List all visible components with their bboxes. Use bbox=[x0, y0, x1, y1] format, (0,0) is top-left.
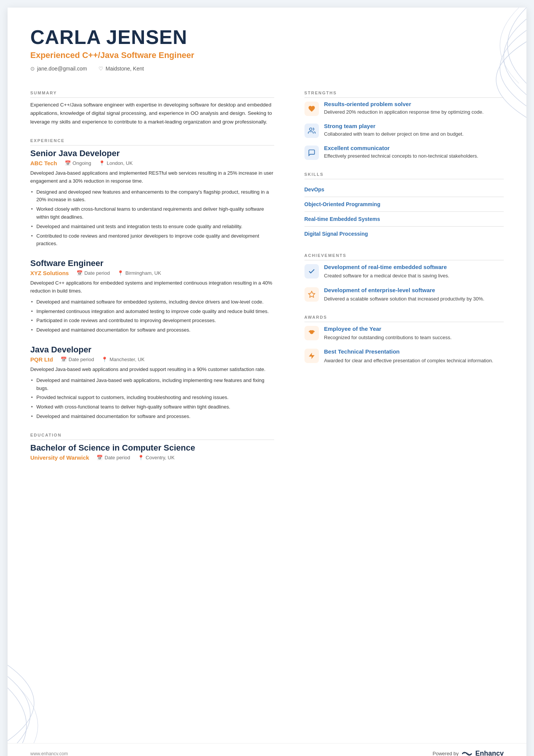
skill-name-3: Real-time Embedded Systems bbox=[304, 216, 380, 222]
strengths-section: STRENGTHS Results-oriented problem solve… bbox=[304, 91, 504, 160]
chat-icon bbox=[308, 149, 315, 157]
header: CARLA JENSEN Experienced C++/Java Softwa… bbox=[8, 8, 526, 83]
exp-date-2: 📅 Date period bbox=[77, 270, 110, 276]
bullet-2-3: Participated in code reviews and contrib… bbox=[30, 317, 274, 325]
strength-text-1: Results-oriented problem solver Delivere… bbox=[324, 101, 484, 116]
footer-brand: Powered by Enhancv bbox=[433, 750, 504, 756]
main-body: SUMMARY Experienced C++/Java software en… bbox=[8, 83, 526, 743]
strength-item-3: Excellent communicator Effectively prese… bbox=[304, 145, 504, 160]
calendar-icon-2: 📅 bbox=[77, 270, 83, 276]
strength-icon-1 bbox=[304, 102, 319, 116]
award-title-2: Best Technical Presentation bbox=[324, 348, 493, 355]
strength-icon-3 bbox=[304, 146, 319, 160]
pin-icon-1: 📍 bbox=[99, 160, 105, 166]
bullet-3-2: Provided technical support to customers,… bbox=[30, 394, 274, 402]
exp-location-2: 📍 Birmingham, UK bbox=[117, 270, 161, 276]
calendar-icon-edu: 📅 bbox=[97, 455, 103, 460]
skills-section: SKILLS DevOps Object-Oriented Programmin… bbox=[304, 172, 504, 241]
exp-title-1: Senior Java Developer bbox=[30, 149, 274, 158]
achievement-text-2: Development of enterprise-level software… bbox=[324, 286, 484, 303]
contact-row: ⊙ jane.doe@gmail.com ♡ Maidstone, Kent bbox=[30, 66, 504, 72]
bullet-2-1: Developed and maintained software for em… bbox=[30, 298, 274, 306]
footer: www.enhancv.com Powered by Enhancv bbox=[8, 743, 526, 756]
achievement-text-1: Development of real-time embedded softwa… bbox=[324, 263, 450, 280]
candidate-title: Experienced C++/Java Software Engineer bbox=[30, 50, 504, 60]
location-contact: ♡ Maidstone, Kent bbox=[98, 66, 144, 72]
skill-name-4: Digital Signal Processing bbox=[304, 231, 368, 237]
experience-title: EXPERIENCE bbox=[30, 138, 274, 146]
skill-item-1: DevOps bbox=[304, 182, 504, 197]
team-icon bbox=[308, 127, 315, 135]
bullet-1-3: Developed and maintained unit tests and … bbox=[30, 223, 274, 231]
email-icon: ⊙ bbox=[30, 66, 35, 72]
exp-location-3: 📍 Manchester, UK bbox=[101, 357, 145, 362]
award-desc-1: Recognized for outstanding contributions… bbox=[324, 334, 452, 341]
achievement-icon-1 bbox=[304, 264, 319, 279]
enhancv-brand-name: Enhancv bbox=[475, 750, 504, 756]
exp-item-1: Senior Java Developer ABC Tech 📅 Ongoing… bbox=[30, 149, 274, 248]
skill-item-3: Real-time Embedded Systems bbox=[304, 212, 504, 227]
strength-icon-2 bbox=[304, 124, 319, 138]
summary-section: SUMMARY Experienced C++/Java software en… bbox=[30, 91, 274, 126]
right-column: STRENGTHS Results-oriented problem solve… bbox=[293, 83, 527, 728]
achievement-title-2: Development of enterprise-level software bbox=[324, 286, 484, 294]
skills-title: SKILLS bbox=[304, 172, 504, 179]
exp-meta-1: ABC Tech 📅 Ongoing 📍 London, UK bbox=[30, 160, 274, 166]
skill-item-2: Object-Oriented Programming bbox=[304, 197, 504, 212]
exp-title-3: Java Developer bbox=[30, 345, 274, 355]
strength-item-1: Results-oriented problem solver Delivere… bbox=[304, 101, 504, 116]
calendar-icon-1: 📅 bbox=[65, 160, 71, 166]
strength-item-2: Strong team player Collaborated with tea… bbox=[304, 123, 504, 138]
achievement-item-2: Development of enterprise-level software… bbox=[304, 286, 504, 303]
achievement-desc-1: Created software for a medical device th… bbox=[324, 272, 450, 280]
bullet-2-4: Developed and maintained documentation f… bbox=[30, 326, 274, 334]
achievement-desc-2: Delivered a scalable software solution t… bbox=[324, 295, 484, 303]
bullet-3-1: Developed and maintained Java-based web … bbox=[30, 377, 274, 393]
exp-date-1: 📅 Ongoing bbox=[65, 160, 91, 166]
exp-location-1: 📍 London, UK bbox=[99, 160, 133, 166]
strength-desc-1: Delivered 20% reduction in application r… bbox=[324, 108, 484, 116]
exp-meta-2: XYZ Solutions 📅 Date period 📍 Birmingham… bbox=[30, 270, 274, 276]
exp-desc-3: Developed Java-based web applications an… bbox=[30, 366, 274, 374]
strength-title-1: Results-oriented problem solver bbox=[324, 101, 484, 107]
bullet-1-2: Worked closely with cross-functional tea… bbox=[30, 205, 274, 221]
strength-title-3: Excellent communicator bbox=[324, 145, 478, 151]
achievement-icon-2 bbox=[304, 287, 319, 302]
powered-by-text: Powered by bbox=[433, 751, 459, 756]
stars-icon bbox=[308, 291, 315, 298]
edu-location-1: 📍 Coventry, UK bbox=[138, 455, 175, 460]
exp-item-2: Software Engineer XYZ Solutions 📅 Date p… bbox=[30, 258, 274, 334]
achievements-title: ACHIEVEMENTS bbox=[304, 253, 504, 260]
exp-meta-3: PQR Ltd 📅 Date period 📍 Manchester, UK bbox=[30, 356, 274, 363]
strength-text-2: Strong team player Collaborated with tea… bbox=[324, 123, 464, 138]
exp-bullets-3: Developed and maintained Java-based web … bbox=[30, 377, 274, 421]
award-desc-2: Awarded for clear and effective presenta… bbox=[324, 357, 493, 365]
award-title-1: Employee of the Year bbox=[324, 325, 452, 333]
award-item-1: Employee of the Year Recognized for outs… bbox=[304, 325, 504, 341]
exp-bullets-2: Developed and maintained software for em… bbox=[30, 298, 274, 334]
resume-container: CARLA JENSEN Experienced C++/Java Softwa… bbox=[8, 8, 526, 756]
exp-desc-2: Developed C++ applications for embedded … bbox=[30, 279, 274, 295]
strengths-title: STRENGTHS bbox=[304, 91, 504, 98]
skill-name-1: DevOps bbox=[304, 186, 325, 193]
left-column: SUMMARY Experienced C++/Java software en… bbox=[8, 83, 293, 728]
location-value: Maidstone, Kent bbox=[106, 66, 144, 72]
strength-title-2: Strong team player bbox=[324, 123, 464, 129]
exp-item-3: Java Developer PQR Ltd 📅 Date period 📍 M… bbox=[30, 345, 274, 421]
education-title: EDUCATION bbox=[30, 433, 274, 440]
pin-icon-2: 📍 bbox=[117, 270, 123, 276]
pin-icon-edu: 📍 bbox=[138, 455, 144, 460]
bullet-3-4: Developed and maintained documentation f… bbox=[30, 413, 274, 421]
email-value: jane.doe@gmail.com bbox=[37, 66, 87, 72]
skill-name-2: Object-Oriented Programming bbox=[304, 201, 381, 207]
svg-point-0 bbox=[309, 128, 312, 131]
award-item-2: Best Technical Presentation Awarded for … bbox=[304, 348, 504, 364]
edu-meta-1: University of Warwick 📅 Date period 📍 Co… bbox=[30, 454, 274, 461]
achievement-title-1: Development of real-time embedded softwa… bbox=[324, 263, 450, 271]
exp-desc-1: Developed Java-based applications and im… bbox=[30, 169, 274, 185]
strength-desc-3: Effectively presented technical concepts… bbox=[324, 152, 478, 160]
exp-company-1: ABC Tech bbox=[30, 160, 57, 166]
achievements-section: ACHIEVEMENTS Development of real-time em… bbox=[304, 253, 504, 303]
education-section: EDUCATION Bachelor of Science in Compute… bbox=[30, 433, 274, 461]
calendar-icon-3: 📅 bbox=[61, 357, 67, 362]
